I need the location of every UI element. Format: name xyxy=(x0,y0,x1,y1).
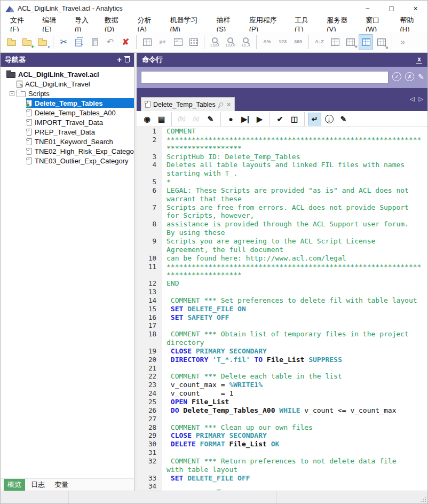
delete-item-button[interactable] xyxy=(125,55,130,65)
edit-command-button[interactable]: ✎ xyxy=(418,73,424,81)
show-fields-button[interactable]: ▤ xyxy=(155,113,168,125)
line-number: 22 xyxy=(137,372,162,381)
code-line-18: 18 COMMENT *** Obtain list of temporary … xyxy=(137,330,427,338)
cut-icon: ✂ xyxy=(60,38,67,46)
tree-item-Delete_Temp_Tables[interactable]: Delete_Temp_Tables xyxy=(1,98,134,108)
add-item-button[interactable]: + xyxy=(117,55,122,65)
syntax-check-button[interactable]: ✔ xyxy=(273,113,287,125)
save-project-button[interactable]: ▪ xyxy=(35,34,50,50)
badge-icon: ↘ xyxy=(384,44,389,50)
insert-function-button[interactable]: (fx) xyxy=(175,113,188,125)
tree-item-IMPORT_Travel_Data[interactable]: IMPORT_Travel_Data xyxy=(1,117,134,127)
command-input[interactable] xyxy=(141,71,389,84)
copy-button[interactable] xyxy=(72,34,86,50)
open-project-button[interactable] xyxy=(4,34,19,50)
gaps-button[interactable]: 1,2,2,4 xyxy=(223,34,237,50)
new-project-button[interactable]: + xyxy=(20,34,34,50)
classify-button[interactable]: A% xyxy=(260,34,274,50)
line-text: SET SAFETY OFF xyxy=(162,313,229,322)
line-text: CLOSE PRIMARY SECONDARY xyxy=(162,431,267,440)
tree-item-TNE01_Keyword_Search[interactable]: TNE01_Keyword_Search xyxy=(1,137,134,146)
tab-scroll-left-icon[interactable]: ◁ xyxy=(410,96,414,103)
bottom-tab-日志[interactable]: 日志 xyxy=(27,479,49,491)
tree-item-TNE02_High_Risk_Exp_Category[interactable]: TNE02_High_Risk_Exp_Category xyxy=(1,146,134,156)
tree-item-Delete_Temp_Tables_A00[interactable]: Delete_Temp_Tables_A00 xyxy=(1,108,134,117)
toolbar-separator xyxy=(308,35,309,49)
tree-item-label: ACL_DigiLink_Travel xyxy=(25,80,90,88)
insert-variable-button[interactable]: (x) xyxy=(189,113,203,125)
step-button[interactable]: ▶| xyxy=(239,113,252,125)
code-line-wrap: with table layout xyxy=(137,466,427,474)
statistics-button[interactable]: μσ xyxy=(155,34,170,50)
tab-delete-temp-tables[interactable]: Delete_Temp_Tables × xyxy=(141,97,235,111)
tree-item-ACL_DigiLink_Travel.acl[interactable]: ACL_DigiLink_Travel.acl xyxy=(1,69,134,79)
delete-button[interactable]: ✘ xyxy=(118,34,133,50)
tree-item-label: TNE02_High_Risk_Exp_Category xyxy=(35,147,134,155)
code-segment: v_count_max = xyxy=(167,381,229,389)
stratify-icon: 123 xyxy=(279,40,287,44)
pin-icon[interactable] xyxy=(218,102,224,107)
insert-snippet-button[interactable]: ✎ xyxy=(204,113,217,125)
command-close-button[interactable]: x xyxy=(416,56,422,64)
tree-item-TNE03_Outlier_Exp_Category[interactable]: TNE03_Outlier_Exp_Category xyxy=(1,156,134,166)
script-icon xyxy=(27,148,32,155)
project-tree[interactable]: ACL_DigiLink_Travel.aclACL_DigiLink_Trav… xyxy=(1,67,134,478)
tab-scroll-right-icon[interactable]: ▷ xyxy=(419,96,423,103)
tree-item-PREP_Travel_Data[interactable]: PREP_Travel_Data xyxy=(1,127,134,137)
undo-button[interactable]: ↶ xyxy=(103,34,117,50)
accept-command-button[interactable]: ✓ xyxy=(392,72,401,81)
missing-items-button[interactable]: 1,2,.,4 xyxy=(239,34,253,50)
code-line-3: 3ScriptHub ID: Delete_Temp_Tables xyxy=(137,153,427,161)
tree-item-Scripts[interactable]: −Scripts xyxy=(1,89,134,98)
clear-command-button[interactable]: ✗ xyxy=(405,72,414,81)
line-text: COMMENT *** Return preferences to not de… xyxy=(162,457,396,466)
download-script-button[interactable]: ↓ xyxy=(322,113,336,125)
export-button[interactable]: ↘ xyxy=(374,34,389,50)
append-icon xyxy=(346,38,355,46)
toggle-breakpoint-button[interactable]: ● xyxy=(224,113,237,125)
tab-close-icon[interactable]: × xyxy=(227,101,231,108)
sort-button[interactable]: A↓Z xyxy=(312,34,327,50)
bottom-tab-变量[interactable]: 变量 xyxy=(51,479,72,491)
script-icon xyxy=(27,109,32,116)
code-segment: directory xyxy=(167,338,204,346)
line-text: ****************** xyxy=(162,144,242,153)
age-button[interactable]: 369 xyxy=(291,34,305,50)
wrap-lines-button[interactable]: ↵ xyxy=(308,113,321,125)
tree-item-label: Delete_Temp_Tables_A00 xyxy=(35,109,116,117)
line-text: directory xyxy=(162,338,204,347)
code-segment: OK xyxy=(267,440,279,448)
verify-button[interactable] xyxy=(171,34,185,50)
merge-button[interactable] xyxy=(328,34,342,50)
line-number: 6 xyxy=(137,186,162,195)
run-button[interactable]: ▶ xyxy=(253,113,266,125)
tree-item-ACL_DigiLink_Travel[interactable]: ACL_DigiLink_Travel xyxy=(1,79,134,89)
count-records-button[interactable] xyxy=(140,34,154,50)
extract-button[interactable] xyxy=(359,34,373,50)
line-text: DO Delete_Temp_Tables_A00 WHILE v_count … xyxy=(162,406,396,415)
edit-script-button[interactable]: ✎ xyxy=(337,113,350,125)
code-line-1: 1COMMENT xyxy=(137,127,427,136)
export-script-button[interactable]: ◫ xyxy=(288,113,301,125)
menu-bar: 文件(F)编辑(E)导入(I)数据(D)分析(A)机器学习(M)抽样(S)应用程… xyxy=(1,17,427,32)
scatter-plot-button[interactable] xyxy=(186,34,201,50)
tree-item-label: TNE01_Keyword_Search xyxy=(35,138,113,146)
code-segment: COMMENT xyxy=(167,127,196,135)
line-number: 4 xyxy=(137,161,162,169)
expander-icon[interactable]: − xyxy=(10,91,14,96)
count-records-icon xyxy=(143,38,152,46)
toolbar-overflow-button[interactable]: » xyxy=(395,34,410,50)
script-editor[interactable]: 1COMMENT2*******************************… xyxy=(137,127,427,491)
show-fields-icon: ▤ xyxy=(158,115,165,123)
line-text: assistance is provided through the ACL S… xyxy=(162,220,409,229)
code-segment: _ xyxy=(217,482,221,490)
bottom-tab-概览[interactable]: 概览 xyxy=(4,479,25,491)
cut-button[interactable]: ✂ xyxy=(57,34,71,50)
duplicates-button[interactable]: 1,3,2,4 xyxy=(208,34,222,50)
paste-button[interactable] xyxy=(88,34,102,50)
record-script-button[interactable]: ◉ xyxy=(140,113,154,125)
classify-icon: A% xyxy=(263,40,271,44)
append-button[interactable]: + xyxy=(343,34,358,50)
stratify-button[interactable]: 123 xyxy=(275,34,290,50)
delete-item-icon xyxy=(125,57,130,62)
